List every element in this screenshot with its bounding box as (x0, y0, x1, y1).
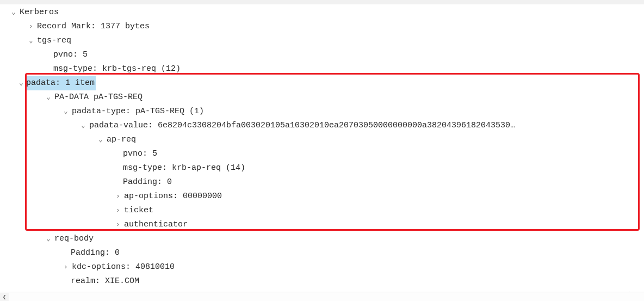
chevron-right-icon[interactable]: › (114, 218, 122, 232)
tree-label: req-body (54, 234, 94, 243)
tree-row-ap-options[interactable]: ›ap-options: 00000000 (10, 189, 635, 204)
tree-row-padata-value[interactable]: ⌄padata-value: 6e8204c3308204bfa00302010… (10, 119, 635, 133)
tree-row-kerberos[interactable]: ⌄Kerberos (10, 5, 635, 20)
tree-label: padata: 1 item (26, 78, 95, 88)
horizontal-scrollbar[interactable]: ❮ (0, 292, 644, 301)
protocol-tree[interactable]: ⌄Kerberos ›Record Mark: 1377 bytes ⌄tgs-… (10, 5, 635, 301)
chevron-right-icon[interactable]: › (62, 260, 70, 274)
tree-label: authenticator (124, 220, 188, 229)
tree-label: pvno: 5 (123, 149, 157, 158)
tree-row-pa-data[interactable]: ⌄PA-DATA pA-TGS-REQ (10, 90, 635, 105)
tree-row-pvno[interactable]: pvno: 5 (10, 48, 635, 62)
tree-label: pvno: 5 (53, 50, 88, 59)
tree-label: Padding: 0 (123, 177, 172, 187)
chevron-right-icon[interactable]: › (114, 204, 122, 218)
tree-row-ap-msg-type[interactable]: msg-type: krb-ap-req (14) (10, 161, 635, 175)
tree-row-ap-req[interactable]: ⌄ap-req (10, 133, 635, 147)
tree-row-record-mark[interactable]: ›Record Mark: 1377 bytes (10, 20, 635, 34)
tree-label: realm: XIE.COM (71, 277, 139, 286)
tree-row-authenticator[interactable]: ›authenticator (10, 218, 635, 232)
chevron-down-icon[interactable]: ⌄ (45, 232, 52, 246)
tree-label: Kerberos (20, 8, 59, 17)
tree-label: kdc-options: 40810010 (72, 262, 175, 272)
chevron-right-icon[interactable]: › (114, 189, 122, 204)
chevron-down-icon[interactable]: ⌄ (10, 5, 17, 20)
tree-row-padata[interactable]: ⌄padata: 1 item (10, 76, 635, 90)
tree-row-kdc-options[interactable]: ›kdc-options: 40810010 (10, 260, 635, 274)
tree-label: padata-type: pA-TGS-REQ (1) (72, 107, 204, 116)
chevron-down-icon[interactable]: ⌄ (79, 119, 87, 133)
tree-label: ap-options: 00000000 (124, 192, 222, 201)
chevron-down-icon[interactable]: ⌄ (62, 105, 70, 119)
tree-label: padata-value: 6e8204c3308204bfa003020105… (89, 121, 515, 130)
chevron-down-icon[interactable]: ⌄ (97, 133, 104, 147)
chevron-down-icon[interactable]: ⌄ (27, 34, 35, 48)
tree-label: tgs-req (37, 36, 71, 45)
tree-label: ap-req (107, 135, 136, 144)
tree-label: ticket (124, 206, 153, 215)
tree-row-msg-type[interactable]: msg-type: krb-tgs-req (12) (10, 62, 635, 76)
chevron-right-icon[interactable]: › (27, 20, 35, 34)
tree-label: PA-DATA pA-TGS-REQ (54, 93, 143, 102)
tree-row-tgs-req[interactable]: ⌄tgs-req (10, 34, 635, 48)
scroll-left-icon[interactable]: ❮ (0, 293, 9, 301)
tree-label: msg-type: krb-tgs-req (12) (53, 64, 181, 73)
tree-label: Padding: 0 (71, 248, 120, 257)
tree-row-ticket[interactable]: ›ticket (10, 204, 635, 218)
chevron-down-icon[interactable]: ⌄ (17, 76, 25, 90)
tree-label: msg-type: krb-ap-req (14) (123, 163, 245, 173)
tree-label: Record Mark: 1377 bytes (37, 22, 150, 31)
tree-row-realm[interactable]: realm: XIE.COM (10, 274, 635, 288)
header-band (0, 0, 644, 4)
tree-row-ap-pvno[interactable]: pvno: 5 (10, 147, 635, 161)
tree-row-rb-padding[interactable]: Padding: 0 (10, 246, 635, 260)
tree-row-req-body[interactable]: ⌄req-body (10, 232, 635, 246)
tree-row-ap-padding[interactable]: Padding: 0 (10, 175, 635, 189)
tree-row-padata-type[interactable]: ⌄padata-type: pA-TGS-REQ (1) (10, 105, 635, 119)
chevron-down-icon[interactable]: ⌄ (45, 90, 52, 105)
